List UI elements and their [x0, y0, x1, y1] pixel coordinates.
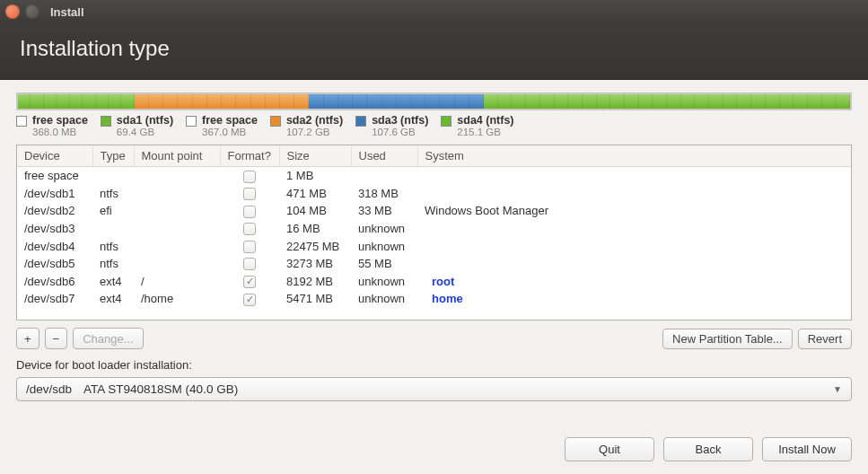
table-cell: [220, 220, 279, 238]
format-checkbox[interactable]: [243, 223, 256, 235]
table-row[interactable]: /dev/sdb7ext4/home5471 MBunknownhome: [17, 290, 851, 308]
table-cell: 5471 MB: [279, 290, 351, 308]
table-row[interactable]: /dev/sdb2efi104 MB33 MBWindows Boot Mana…: [17, 202, 851, 220]
table-row[interactable]: /dev/sdb4ntfs22475 MBunknown: [17, 237, 851, 255]
partition-bar: [16, 92, 852, 110]
column-header[interactable]: Device: [17, 145, 92, 167]
table-cell: unknown: [351, 237, 417, 255]
table-cell: [134, 185, 220, 203]
change-partition-button[interactable]: Change...: [73, 328, 143, 349]
annotation: root: [432, 275, 454, 288]
format-checkbox[interactable]: [243, 241, 256, 253]
table-cell: [134, 255, 220, 273]
format-checkbox[interactable]: [243, 258, 256, 270]
legend-size: 107.6 GB: [372, 127, 428, 137]
content-area: free space368.0 MBsda1 (ntfs)69.4 GBfree…: [0, 80, 868, 428]
column-header[interactable]: Used: [351, 145, 417, 167]
table-row[interactable]: /dev/sdb316 MBunknown: [17, 220, 851, 238]
legend-size: 368.0 MB: [32, 127, 88, 137]
format-checkbox[interactable]: [243, 276, 256, 288]
remove-partition-button[interactable]: −: [45, 328, 68, 349]
legend-label: sda2 (ntfs): [286, 114, 343, 127]
legend-label: sda4 (ntfs): [457, 114, 513, 127]
table-cell: /: [134, 272, 220, 290]
table-cell: [417, 255, 851, 273]
legend-label: free space: [202, 114, 258, 127]
table-cell: ext4: [92, 290, 134, 308]
table-cell: [220, 255, 279, 273]
minimize-icon[interactable]: [25, 4, 39, 19]
add-partition-button[interactable]: +: [16, 328, 39, 349]
table-cell: unknown: [351, 290, 417, 308]
close-icon[interactable]: [5, 4, 20, 19]
table-cell: ext4: [92, 272, 134, 290]
table-row[interactable]: free space1 MB: [17, 167, 851, 185]
table-cell: 471 MB: [279, 185, 351, 203]
table-cell: ntfs: [92, 237, 134, 255]
table-cell: [92, 167, 134, 185]
table-row[interactable]: /dev/sdb1ntfs471 MB318 MB: [17, 185, 851, 203]
table-cell: /dev/sdb1: [17, 185, 92, 203]
swatch-icon: [441, 116, 452, 127]
partition-legend: free space368.0 MBsda1 (ntfs)69.4 GBfree…: [16, 114, 852, 137]
legend-label: free space: [32, 114, 88, 127]
legend-size: 107.2 GB: [286, 127, 343, 137]
table-cell: 55 MB: [351, 255, 417, 273]
legend-size: 367.0 MB: [202, 127, 258, 137]
revert-button[interactable]: Revert: [798, 329, 852, 349]
table-cell: 1 MB: [279, 167, 351, 185]
partition-segment: [18, 94, 135, 109]
legend-item: free space367.0 MB: [186, 114, 258, 137]
quit-button[interactable]: Quit: [565, 437, 654, 461]
table-cell: [417, 167, 851, 185]
table-cell: 8192 MB: [279, 272, 351, 290]
legend-item: sda3 (ntfs)107.6 GB: [355, 114, 428, 137]
format-checkbox[interactable]: [243, 188, 256, 200]
bootloader-device-desc: ATA ST940818SM (40.0 GB): [83, 382, 238, 396]
annotation: home: [432, 292, 463, 305]
window-title: Install: [50, 5, 84, 19]
table-cell: 33 MB: [351, 202, 417, 220]
partition-table[interactable]: DeviceTypeMount pointFormat?SizeUsedSyst…: [16, 145, 852, 320]
table-cell: [220, 272, 279, 290]
column-header[interactable]: Size: [279, 145, 351, 167]
table-cell: [134, 167, 220, 185]
legend-label: sda3 (ntfs): [372, 114, 428, 127]
legend-label: sda1 (ntfs): [117, 114, 173, 127]
bootloader-label: Device for boot loader installation:: [16, 358, 852, 372]
table-row[interactable]: /dev/sdb5ntfs3273 MB55 MB: [17, 255, 851, 273]
back-button[interactable]: Back: [663, 437, 753, 461]
legend-item: free space368.0 MB: [16, 114, 88, 137]
table-cell: [134, 220, 220, 238]
column-header[interactable]: System: [417, 145, 851, 167]
install-window: Install Installation type free space368.…: [0, 0, 868, 474]
new-partition-table-button[interactable]: New Partition Table...: [662, 329, 793, 349]
bootloader-device-id: /dev/sdb: [26, 382, 72, 396]
bootloader-device-select[interactable]: /dev/sdb ATA ST940818SM (40.0 GB) ▼: [16, 377, 852, 401]
table-row[interactable]: /dev/sdb6ext4/8192 MBunknownroot: [17, 272, 851, 290]
column-header[interactable]: Format?: [220, 145, 279, 167]
table-cell: ntfs: [92, 255, 134, 273]
format-checkbox[interactable]: [243, 294, 256, 306]
table-cell: unknown: [351, 272, 417, 290]
column-header[interactable]: Mount point: [134, 145, 220, 167]
table-cell: /dev/sdb5: [17, 255, 92, 273]
column-header[interactable]: Type: [92, 145, 134, 167]
legend-item: sda4 (ntfs)215.1 GB: [441, 114, 513, 137]
table-cell: [92, 220, 134, 238]
titlebar: Install: [0, 0, 868, 23]
table-cell: ntfs: [92, 185, 134, 203]
install-now-button[interactable]: Install Now: [762, 437, 852, 461]
legend-size: 69.4 GB: [117, 127, 173, 137]
table-cell: 3273 MB: [279, 255, 351, 273]
partition-segment: [135, 94, 310, 109]
table-cell: /dev/sdb6: [17, 272, 92, 290]
format-checkbox[interactable]: [243, 206, 256, 218]
legend-size: 215.1 GB: [457, 127, 513, 137]
partition-segment: [309, 94, 484, 109]
format-checkbox[interactable]: [243, 171, 256, 183]
table-cell: [417, 237, 851, 255]
table-cell: root: [417, 272, 851, 290]
legend-item: sda1 (ntfs)69.4 GB: [101, 114, 173, 137]
legend-item: sda2 (ntfs)107.2 GB: [270, 114, 343, 137]
